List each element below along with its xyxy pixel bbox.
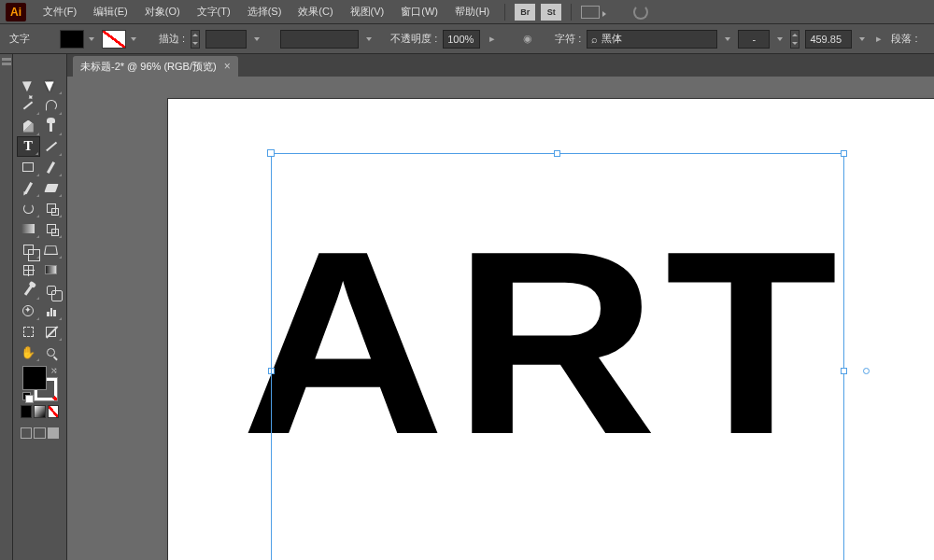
symbol-sprayer-tool[interactable] (17, 301, 40, 321)
scale-tool[interactable] (40, 198, 64, 218)
menu-select[interactable]: 选择(S) (240, 2, 290, 21)
resize-handle-icon[interactable] (841, 368, 847, 374)
menu-window[interactable]: 窗口(W) (393, 2, 446, 21)
selection-bounding-box[interactable] (271, 153, 844, 560)
opacity-label: 不透明度 : (390, 32, 437, 46)
free-transform-icon (47, 224, 56, 233)
perspective-grid-tool[interactable] (40, 239, 64, 259)
fill-color-swatch[interactable] (22, 366, 47, 390)
rotate-tool[interactable] (17, 198, 40, 218)
zoom-icon (47, 348, 55, 357)
free-transform-tool[interactable] (40, 218, 64, 239)
curvature-tool[interactable] (40, 116, 64, 136)
zoom-tool[interactable] (40, 342, 64, 362)
text-out-port-icon[interactable] (863, 368, 870, 374)
character-panel-more-icon[interactable]: ▸ (872, 30, 885, 49)
bridge-launch-icon[interactable]: Br (515, 4, 535, 21)
width-tool[interactable] (17, 218, 40, 239)
resize-handle-icon[interactable] (841, 150, 847, 157)
color-mode-solid[interactable] (21, 405, 32, 418)
direct-selection-tool[interactable] (40, 75, 64, 95)
document-area: 未标题-2* @ 96% (RGB/预览) × ART (67, 54, 934, 560)
recolor-artwork-icon[interactable]: ◉ (519, 31, 536, 48)
rectangle-tool[interactable] (17, 157, 40, 177)
eraser-tool[interactable] (40, 177, 64, 198)
mesh-tool[interactable] (17, 259, 40, 280)
toolbox: T (13, 54, 67, 560)
column-graph-tool[interactable] (40, 301, 64, 321)
line-segment-tool[interactable] (40, 136, 63, 157)
text-in-port-icon[interactable] (267, 149, 275, 157)
menu-type[interactable]: 文字(T) (190, 2, 238, 21)
opacity-more-icon[interactable]: ▸ (486, 30, 499, 49)
fill-stroke-control[interactable]: ⤭ (22, 366, 58, 401)
font-family-dropdown-icon[interactable] (723, 30, 732, 49)
gradient-tool[interactable] (40, 259, 64, 280)
blend-tool[interactable] (40, 280, 64, 301)
hand-tool[interactable]: ✋ (17, 342, 40, 362)
pencil-tool[interactable] (17, 177, 40, 198)
draw-normal-mode[interactable] (21, 427, 32, 439)
font-size-stepper[interactable] (790, 30, 800, 49)
font-style-field[interactable]: - (738, 30, 770, 49)
close-tab-icon[interactable]: × (224, 60, 231, 73)
type-icon: T (24, 139, 33, 154)
menu-help[interactable]: 帮助(H) (447, 2, 497, 21)
color-mode-none[interactable] (48, 405, 59, 418)
menu-object[interactable]: 对象(O) (137, 2, 188, 21)
stock-launch-icon[interactable]: St (541, 4, 561, 21)
font-family-field[interactable]: ⌕ 黑体 (587, 30, 717, 49)
rotate-icon (23, 203, 34, 214)
gradient-icon (45, 265, 57, 274)
stroke-dropdown-icon[interactable] (129, 30, 138, 49)
slice-tool[interactable] (40, 321, 64, 342)
menu-view[interactable]: 视图(V) (343, 2, 392, 21)
paintbrush-tool[interactable] (40, 157, 64, 177)
shape-builder-tool[interactable] (17, 239, 40, 259)
stroke-weight-dropdown-icon[interactable] (252, 30, 262, 49)
lasso-tool[interactable] (40, 95, 64, 116)
default-fill-stroke-icon[interactable] (22, 392, 32, 401)
dock-drag-handle-icon[interactable] (2, 58, 11, 61)
fill-dropdown-icon[interactable] (87, 30, 96, 49)
selection-icon (22, 78, 35, 92)
menu-effect[interactable]: 效果(C) (290, 2, 340, 21)
canvas-viewport[interactable]: ART (67, 77, 934, 560)
font-size-field[interactable]: 459.85 (805, 30, 852, 49)
menu-edit[interactable]: 编辑(E) (86, 2, 135, 21)
arrange-documents-icon[interactable] (581, 6, 600, 19)
font-style-dropdown-icon[interactable] (775, 30, 785, 49)
brush-dropdown-icon[interactable] (364, 30, 374, 49)
type-tool[interactable]: T (17, 136, 40, 157)
color-mode-gradient[interactable] (34, 405, 45, 418)
hand-icon: ✋ (21, 345, 35, 359)
brush-definition-field[interactable] (280, 30, 359, 49)
stroke-swatch[interactable] (102, 30, 126, 49)
character-label: 字符 : (555, 32, 581, 46)
stroke-swatch-group[interactable] (102, 30, 138, 49)
draw-behind-mode[interactable] (34, 427, 45, 439)
pen-tool[interactable] (17, 116, 40, 136)
fill-swatch-group[interactable] (60, 30, 96, 49)
dock-drag-handle-icon[interactable] (2, 63, 11, 65)
resize-handle-icon[interactable] (554, 150, 560, 157)
left-dock[interactable] (0, 54, 13, 560)
document-tab[interactable]: 未标题-2* @ 96% (RGB/预览) × (73, 56, 238, 77)
swap-fill-stroke-icon[interactable]: ⤭ (50, 366, 58, 375)
font-search-icon[interactable]: ⌕ (591, 34, 598, 45)
font-size-dropdown-icon[interactable] (857, 30, 867, 49)
magic-wand-icon (23, 101, 33, 109)
opacity-field[interactable]: 100% (443, 30, 480, 49)
pen-icon (23, 120, 34, 133)
stroke-weight-field[interactable] (205, 30, 247, 49)
menu-file[interactable]: 文件(F) (35, 2, 84, 21)
sync-settings-icon[interactable] (633, 5, 648, 20)
eyedropper-tool[interactable] (17, 280, 40, 301)
active-tool-label: 文字 (9, 32, 30, 46)
draw-inside-mode[interactable] (48, 427, 59, 439)
magic-wand-tool[interactable] (17, 95, 40, 116)
pencil-icon (24, 182, 33, 194)
stroke-weight-stepper[interactable] (191, 30, 200, 49)
fill-swatch[interactable] (60, 30, 84, 49)
artboard-tool[interactable] (17, 321, 40, 342)
